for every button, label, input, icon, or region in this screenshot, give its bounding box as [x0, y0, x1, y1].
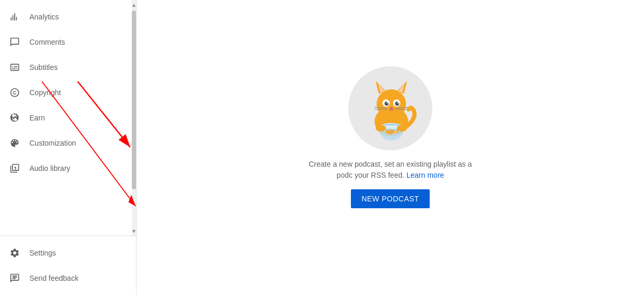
scrollbar-thumb[interactable]: [132, 11, 136, 189]
sidebar-item-subtitles[interactable]: Subtitles: [0, 55, 136, 80]
sidebar-item-earn-label: Earn: [29, 114, 45, 122]
svg-point-16: [390, 107, 393, 109]
scrollbar[interactable]: ▲ ▼: [132, 0, 136, 236]
earn-icon: [8, 111, 21, 124]
podcast-description-text: Create a new podcast, set an existing pl…: [301, 159, 480, 181]
sidebar-item-customization-label: Customization: [29, 139, 76, 147]
scrollbar-arrow-up[interactable]: ▲: [132, 0, 136, 9]
sidebar-item-settings[interactable]: Settings: [0, 240, 136, 266]
sidebar-item-analytics-label: Analytics: [29, 13, 59, 21]
svg-point-15: [398, 101, 399, 103]
svg-point-14: [387, 101, 389, 103]
sidebar-item-copyright-label: Copyright: [29, 88, 61, 97]
sidebar-item-audio-library[interactable]: Audio library: [0, 156, 136, 181]
sidebar-item-comments[interactable]: Comments: [0, 29, 136, 55]
learn-more-link[interactable]: Learn more: [407, 171, 444, 179]
subtitles-icon: [8, 61, 21, 74]
scrollbar-arrow-down[interactable]: ▼: [132, 226, 136, 236]
audio-library-icon: [8, 162, 21, 175]
sidebar-item-audio-library-label: Audio library: [29, 164, 70, 172]
sidebar-item-send-feedback[interactable]: Send feedback: [0, 266, 136, 291]
sidebar-item-earn[interactable]: Earn: [0, 105, 136, 130]
sidebar: Analytics Comments Subtitles: [0, 0, 137, 295]
customization-icon: [8, 137, 21, 149]
sidebar-items: Analytics Comments Subtitles: [0, 0, 136, 185]
feedback-icon: [8, 272, 21, 284]
sidebar-item-subtitles-label: Subtitles: [29, 63, 58, 72]
analytics-icon: [8, 11, 21, 23]
main-content: Create a new podcast, set an existing pl…: [137, 0, 644, 295]
podcast-illustration: [348, 66, 432, 150]
sidebar-item-send-feedback-label: Send feedback: [29, 274, 78, 282]
sidebar-bottom: Settings Send feedback: [0, 236, 136, 295]
sidebar-item-customization[interactable]: Customization: [0, 130, 136, 156]
svg-point-26: [376, 125, 386, 131]
sidebar-scroll-area: Analytics Comments Subtitles: [0, 0, 136, 236]
new-podcast-button[interactable]: NEW PODCAST: [351, 189, 430, 208]
sidebar-item-analytics[interactable]: Analytics: [0, 4, 136, 29]
comments-icon: [8, 36, 21, 48]
settings-icon: [8, 247, 21, 259]
podcast-section: Create a new podcast, set an existing pl…: [301, 66, 480, 208]
copyright-icon: [8, 86, 21, 99]
sidebar-item-settings-label: Settings: [29, 249, 56, 257]
sidebar-item-comments-label: Comments: [29, 38, 65, 46]
svg-point-5: [377, 89, 406, 119]
cat-svg: [354, 72, 427, 145]
sidebar-item-copyright[interactable]: Copyright: [0, 80, 136, 105]
